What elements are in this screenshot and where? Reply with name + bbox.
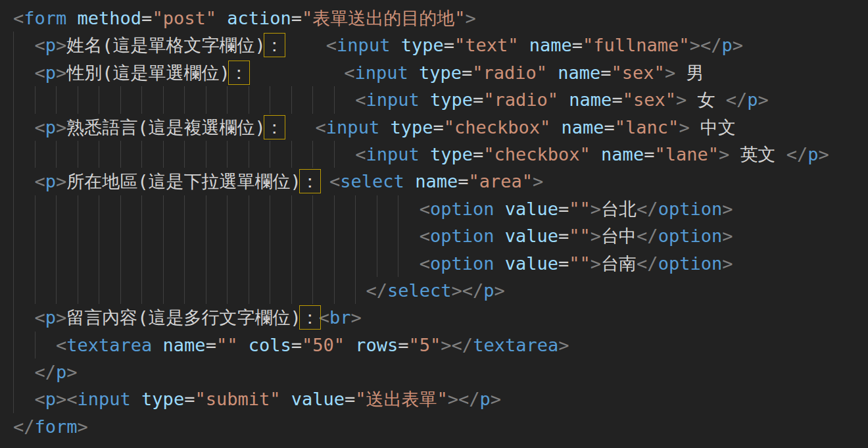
code-token: name xyxy=(529,35,572,55)
code-token xyxy=(550,117,561,137)
code-token: "" xyxy=(569,226,591,246)
code-line: </select></p> xyxy=(13,277,868,304)
code-token: "表單送出的目的地" xyxy=(302,8,466,28)
indent-guides xyxy=(13,168,34,195)
code-token xyxy=(494,199,505,219)
code-editor[interactable]: <form method="post" action="表單送出的目的地"><p… xyxy=(0,0,868,448)
code-token: 中文 xyxy=(690,117,736,137)
code-line: <option value="">台中</option> xyxy=(13,222,868,249)
code-token: p xyxy=(45,171,56,191)
code-token: p xyxy=(45,389,56,409)
code-token: > xyxy=(665,62,675,83)
code-token: > xyxy=(722,226,733,246)
code-token: > xyxy=(66,362,77,382)
code-token: value xyxy=(505,226,558,246)
code-token: > xyxy=(591,226,601,246)
code-token xyxy=(66,8,77,28)
code-token xyxy=(379,117,390,137)
code-token xyxy=(248,62,344,83)
code-token: > xyxy=(533,171,543,191)
code-token: select xyxy=(387,280,452,301)
code-token: p xyxy=(45,35,56,55)
code-token: value xyxy=(505,199,558,219)
code-token xyxy=(408,62,419,83)
unicode-highlight-colon: ： xyxy=(301,307,319,328)
code-token: p xyxy=(45,62,56,83)
code-token: = xyxy=(572,35,583,55)
code-token: p xyxy=(45,307,56,328)
code-token: p xyxy=(480,389,491,409)
code-token: value xyxy=(291,389,345,409)
code-token: < xyxy=(355,89,366,110)
code-token: 姓名(這是單格文字欄位) xyxy=(66,35,266,55)
code-token: name xyxy=(601,144,644,164)
code-token: = xyxy=(462,62,472,83)
code-token: input xyxy=(337,35,390,55)
code-token: > xyxy=(676,89,687,110)
code-token: > xyxy=(591,253,601,274)
code-token xyxy=(404,171,415,191)
code-token: "" xyxy=(569,253,591,274)
code-token: type xyxy=(390,117,433,137)
code-token: type xyxy=(419,62,462,83)
code-token: > xyxy=(56,62,66,83)
code-token: "50" xyxy=(302,335,345,355)
code-token: name xyxy=(569,89,612,110)
code-token: "" xyxy=(216,335,238,355)
code-token: > xyxy=(56,35,66,55)
code-token: </ xyxy=(13,416,35,437)
code-token: "text" xyxy=(454,35,519,55)
indent-guides xyxy=(13,32,34,59)
code-line: <form method="post" action="表單送出的目的地"> xyxy=(13,5,868,32)
code-token: = xyxy=(345,389,355,409)
code-token xyxy=(216,8,227,28)
code-token: "submit" xyxy=(195,389,280,409)
code-token: < xyxy=(66,389,77,409)
code-line: <p><input type="submit" value="送出表單"></p… xyxy=(13,386,868,412)
code-token: "sex" xyxy=(623,89,676,110)
code-token: </ xyxy=(35,362,57,382)
code-token: > xyxy=(451,280,462,301)
code-token: type xyxy=(141,389,184,409)
code-token: = xyxy=(141,8,152,28)
indent-guides xyxy=(13,359,34,386)
code-token: name xyxy=(558,62,600,83)
code-token: < xyxy=(35,35,45,55)
code-token xyxy=(319,171,329,191)
indent-guides xyxy=(13,386,34,412)
code-token: p xyxy=(747,89,758,110)
code-token: < xyxy=(35,389,45,409)
code-token: = xyxy=(291,335,302,355)
code-token: > xyxy=(56,117,66,137)
code-line: <input type="radio" name="sex"> 女 </p> xyxy=(13,86,868,113)
code-token: = xyxy=(444,35,454,55)
indent-guides xyxy=(13,59,34,86)
code-line: <p>所在地區(這是下拉選單欄位)： <select name="area"> xyxy=(13,168,868,195)
unicode-highlight-colon: ： xyxy=(230,62,248,83)
code-token: = xyxy=(398,335,408,355)
code-token: > xyxy=(719,144,729,164)
code-token: "sex" xyxy=(612,62,665,83)
indent-guides xyxy=(13,332,55,359)
code-token: "送出表單" xyxy=(355,389,448,409)
code-token: < xyxy=(420,226,430,246)
code-token: > xyxy=(448,389,458,409)
code-token: textarea xyxy=(473,335,558,355)
code-token: < xyxy=(420,253,430,274)
indent-guides xyxy=(13,195,418,222)
code-token: = xyxy=(600,62,611,83)
code-token: = xyxy=(558,226,569,246)
code-token: </ xyxy=(637,226,658,246)
indent-guides xyxy=(13,222,418,249)
code-token: "checkbox" xyxy=(444,117,551,137)
code-token: "radio" xyxy=(472,62,547,83)
code-token: = xyxy=(612,89,622,110)
code-line: <p>姓名(這是單格文字欄位)： <input type="text" name… xyxy=(13,32,868,59)
code-token: 留言內容(這是多行文字欄位) xyxy=(66,307,301,328)
code-token: "5" xyxy=(409,335,441,355)
code-token xyxy=(519,35,529,55)
code-token: 英文 xyxy=(729,144,786,164)
code-token: "post" xyxy=(152,8,216,28)
code-token xyxy=(131,389,141,409)
code-token xyxy=(558,89,569,110)
